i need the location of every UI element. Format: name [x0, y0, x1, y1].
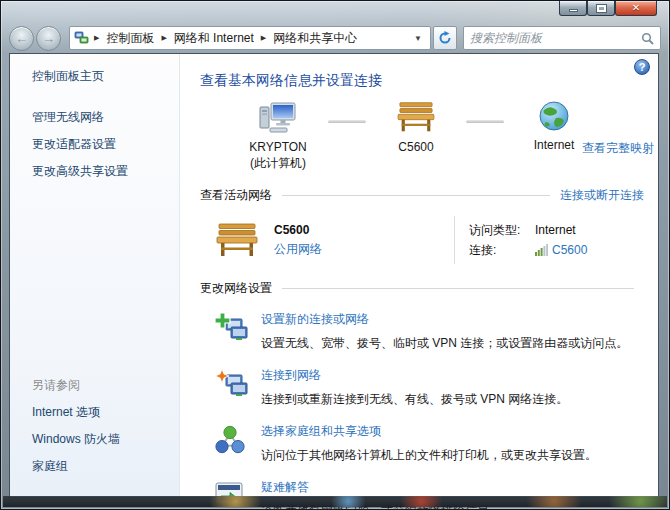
divider-line	[282, 288, 634, 289]
breadcrumb-separator-icon: ▶	[94, 34, 99, 42]
see-full-map-link[interactable]: 查看完整映射	[582, 140, 654, 157]
setting-title-link[interactable]: 疑难解答	[261, 479, 501, 496]
divider-line	[282, 195, 550, 196]
breadcrumb-network-sharing-center[interactable]: 网络和共享中心	[271, 29, 359, 48]
setting-item-connect-to-network: 连接到网络 连接到或重新连接到无线、有线、拨号或 VPN 网络连接。	[214, 367, 644, 408]
address-dropdown-icon[interactable]: ▼	[410, 34, 426, 43]
minimize-button[interactable]	[559, 1, 587, 16]
forward-button[interactable]: →	[36, 26, 61, 51]
maximize-icon	[597, 5, 606, 12]
close-icon: ✕	[632, 3, 640, 13]
bench-network-icon	[214, 221, 260, 259]
setting-title-link[interactable]: 选择家庭组和共享选项	[261, 423, 597, 440]
address-bar[interactable]: ▶ 控制面板 ▶ 网络和 Internet ▶ 网络和共享中心 ▼	[69, 26, 431, 50]
map-node-label: C5600	[398, 140, 433, 156]
sidebar-item-homegroup[interactable]: 家庭组	[32, 458, 120, 475]
help-icon[interactable]: ?	[634, 59, 650, 75]
back-arrow-icon: ←	[15, 32, 28, 45]
active-networks-title: 查看活动网络	[200, 187, 272, 204]
bench-network-icon	[395, 100, 437, 134]
setting-item-homegroup-sharing: 选择家庭组和共享选项 访问位于其他网络计算机上的文件和打印机，或更改共享设置。	[214, 423, 644, 464]
setting-description: 连接到或重新连接到无线、有线、拨号或 VPN 网络连接。	[261, 391, 568, 408]
sidebar-item-internet-options[interactable]: Internet 选项	[32, 404, 120, 421]
network-location-icon	[74, 31, 89, 45]
search-input[interactable]	[470, 31, 641, 45]
connection-link[interactable]: C5600	[552, 243, 587, 257]
back-button[interactable]: ←	[9, 26, 34, 51]
settings-title: 更改网络设置	[200, 280, 272, 297]
map-node-network[interactable]: C5600	[366, 100, 466, 171]
window-frame: ✕ ← → ▶ 控制面板 ▶ 网络和 Internet ▶ 网络和共享中心 ▼	[0, 0, 670, 510]
setting-item-new-connection: 设置新的连接或网络 设置无线、宽带、拨号、临时或 VPN 连接；或设置路由器或访…	[214, 311, 644, 352]
breadcrumb-separator-icon: ▶	[161, 34, 166, 42]
settings-list: 设置新的连接或网络 设置无线、宽带、拨号、临时或 VPN 连接；或设置路由器或访…	[214, 311, 644, 510]
search-icon	[641, 32, 654, 45]
sidebar-item-manage-wireless[interactable]: 管理无线网络	[32, 109, 171, 126]
access-type-value: Internet	[535, 223, 576, 237]
connect-network-icon	[214, 368, 248, 402]
connections-label: 连接:	[469, 242, 535, 259]
globe-icon	[538, 100, 570, 132]
new-connection-icon	[214, 312, 248, 346]
settings-header: 更改网络设置	[200, 280, 644, 297]
sidebar-item-change-adapter[interactable]: 更改适配器设置	[32, 136, 171, 153]
close-button[interactable]: ✕	[615, 1, 657, 16]
page-title: 查看基本网络信息并设置连接	[200, 72, 644, 90]
sidebar-item-windows-firewall[interactable]: Windows 防火墙	[32, 431, 120, 448]
window-controls: ✕	[559, 1, 657, 16]
computer-icon	[259, 100, 297, 134]
connect-disconnect-link[interactable]: 连接或断开连接	[560, 187, 644, 204]
homegroup-icon	[214, 424, 246, 456]
see-also-section: 另请参阅 Internet 选项 Windows 防火墙 家庭组	[32, 377, 120, 485]
window-bottom-border	[3, 496, 667, 507]
minimize-icon	[569, 9, 578, 12]
toolbar: ← → ▶ 控制面板 ▶ 网络和 Internet ▶ 网络和共享中心 ▼	[9, 23, 661, 53]
wireless-signal-icon	[535, 244, 548, 256]
active-network-row: C5600 公用网络 访问类型: Internet 连接:	[214, 216, 644, 264]
breadcrumb-network-internet[interactable]: 网络和 Internet	[172, 29, 256, 48]
sidebar: 控制面板主页 管理无线网络 更改适配器设置 更改高级共享设置 另请参阅 Inte…	[10, 54, 180, 497]
map-node-label: KRYPTON (此计算机)	[249, 140, 307, 171]
setting-description: 访问位于其他网络计算机上的文件和打印机，或更改共享设置。	[261, 447, 597, 464]
active-network-name: C5600	[274, 223, 322, 237]
map-connection-line	[466, 120, 504, 123]
breadcrumb-control-panel[interactable]: 控制面板	[104, 29, 156, 48]
window-content: 控制面板主页 管理无线网络 更改适配器设置 更改高级共享设置 另请参阅 Inte…	[9, 53, 659, 498]
refresh-icon	[438, 31, 452, 45]
sidebar-item-advanced-sharing[interactable]: 更改高级共享设置	[32, 163, 171, 180]
sidebar-item-control-panel-home[interactable]: 控制面板主页	[32, 68, 171, 85]
see-also-header: 另请参阅	[32, 377, 120, 394]
forward-arrow-icon: →	[42, 32, 55, 45]
map-node-computer[interactable]: KRYPTON (此计算机)	[228, 100, 328, 171]
setting-title-link[interactable]: 设置新的连接或网络	[261, 311, 628, 328]
breadcrumb-separator-icon: ▶	[261, 34, 266, 42]
map-connection-line	[328, 120, 366, 123]
refresh-button[interactable]	[433, 26, 457, 50]
access-type-label: 访问类型:	[469, 222, 535, 239]
vertical-divider	[454, 216, 455, 264]
search-box	[463, 26, 661, 50]
map-node-internet[interactable]: Internet	[504, 100, 604, 171]
network-type-link[interactable]: 公用网络	[274, 241, 322, 258]
main-pane: ? 查看基本网络信息并设置连接	[180, 54, 658, 497]
network-map: KRYPTON (此计算机)	[210, 100, 654, 171]
active-networks-header: 查看活动网络 连接或断开连接	[200, 187, 644, 204]
maximize-button[interactable]	[587, 1, 615, 16]
setting-title-link[interactable]: 连接到网络	[261, 367, 568, 384]
setting-description: 设置无线、宽带、拨号、临时或 VPN 连接；或设置路由器或访问点。	[261, 335, 628, 352]
map-node-label: Internet	[534, 138, 575, 154]
